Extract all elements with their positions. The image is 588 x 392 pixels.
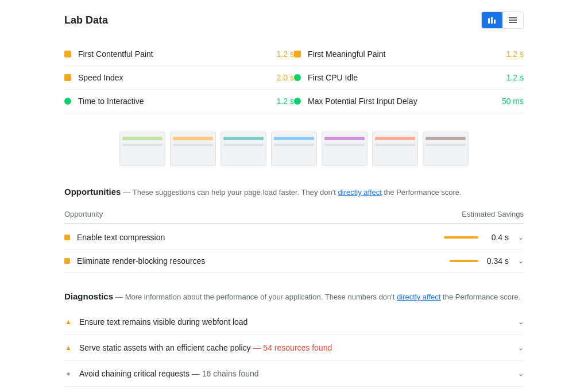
svg-rect-1 <box>491 17 493 24</box>
chart-view-button[interactable] <box>482 12 502 28</box>
metric-first-cpu-idle: First CPU Idle 1.2 s <box>294 66 524 90</box>
metric-icon-fci <box>294 74 301 81</box>
opp-savings-1: 0.4 s ⌄ <box>444 233 524 242</box>
metric-name-fid: Max Potential First Input Delay <box>308 97 502 106</box>
screenshots-strip <box>64 127 524 171</box>
screenshot-7 <box>423 132 469 166</box>
opp-savings-2: 0.34 s ⌄ <box>450 256 524 266</box>
screenshot-5 <box>322 132 368 166</box>
metric-value-fcp: 1.2 s <box>277 49 294 59</box>
diag-chevron-1: ⌄ <box>518 318 524 326</box>
opportunities-title: Opportunities <box>64 187 121 197</box>
metric-first-meaningful-paint: First Meaningful Paint 1.2 s <box>294 43 524 66</box>
opportunities-subtitle-after: the Performance score. <box>384 188 462 197</box>
opportunities-subtitle: — These suggestions can help your page l… <box>123 187 461 198</box>
diag-extra-2: — 54 resources found <box>253 343 332 352</box>
metric-name-tti: Time to Interactive <box>78 97 277 106</box>
metric-value-tti: 1.2 s <box>277 97 294 106</box>
screenshot-4 <box>271 132 317 166</box>
metric-speed-index: Speed Index 2.0 s <box>64 66 294 90</box>
metric-max-fid: Max Potential First Input Delay 50 ms <box>294 90 524 113</box>
savings-bar-2 <box>450 260 478 262</box>
metric-value-fmp: 1.2 s <box>506 49 524 59</box>
diag-name-1: Ensure text remains visible during webfo… <box>79 317 513 326</box>
opportunities-table-header: Opportunity Estimated Savings <box>64 205 524 224</box>
list-icon <box>508 16 517 25</box>
metric-value-fid: 50 ms <box>502 97 524 106</box>
list-view-button[interactable] <box>502 12 523 28</box>
opp-name-2: Eliminate render-blocking resources <box>77 256 450 266</box>
column-opportunity: Opportunity <box>64 210 103 218</box>
view-toggle[interactable] <box>481 11 524 29</box>
metric-icon-tti <box>64 98 71 105</box>
chevron-icon-2: ⌄ <box>518 257 524 265</box>
lab-data-header: Lab Data <box>64 11 524 29</box>
metric-name-fmp: First Meaningful Paint <box>308 49 506 59</box>
column-savings: Estimated Savings <box>462 210 524 218</box>
diag-chevron-2: ⌄ <box>518 344 524 352</box>
metric-value-si: 2.0 s <box>277 73 294 82</box>
diagnostics-link[interactable]: directly affect <box>397 293 440 301</box>
savings-bar-1 <box>444 236 478 239</box>
diag-name-3: Avoid chaining critical requests — 16 ch… <box>79 369 513 378</box>
opportunities-subtitle-before: — These suggestions can help your page l… <box>123 188 336 197</box>
opportunities-section-header: Opportunities — These suggestions can he… <box>64 187 524 198</box>
diagnostic-cache-policy[interactable]: Serve static assets with an efficient ca… <box>64 335 524 361</box>
diag-extra-3: — 16 chains found <box>192 369 259 378</box>
chart-icon <box>488 16 497 25</box>
diagnostic-critical-requests[interactable]: Avoid chaining critical requests — 16 ch… <box>64 361 524 387</box>
diag-icon-3 <box>64 370 72 378</box>
opp-name-1: Enable text compression <box>77 233 444 242</box>
diagnostics-subtitle-before: — More information about the performance… <box>115 293 394 301</box>
opportunity-text-compression[interactable]: Enable text compression 0.4 s ⌄ <box>64 226 524 249</box>
diagnostics-section-header: Diagnostics — More information about the… <box>64 291 524 303</box>
diagnostics-subtitle: — More information about the performance… <box>115 291 520 303</box>
diag-name-2: Serve static assets with an efficient ca… <box>79 343 513 352</box>
metric-value-fci: 1.2 s <box>506 73 524 82</box>
metric-icon-fmp <box>294 51 301 57</box>
opportunities-link[interactable]: directly affect <box>338 188 382 197</box>
metric-icon-si <box>64 74 71 81</box>
svg-rect-2 <box>494 20 496 24</box>
diagnostics-title: Diagnostics <box>64 291 113 301</box>
chevron-icon-1: ⌄ <box>518 233 524 241</box>
diag-icon-1 <box>64 318 72 326</box>
metric-first-contentful-paint: First Contentful Paint 1.2 s <box>64 43 294 66</box>
metric-tti: Time to Interactive 1.2 s <box>64 90 294 113</box>
savings-value-1: 0.4 s <box>483 233 509 242</box>
metric-icon-fid <box>294 98 301 105</box>
metrics-grid: First Contentful Paint 1.2 s First Meani… <box>64 43 524 113</box>
opp-icon-1 <box>64 235 70 240</box>
savings-value-2: 0.34 s <box>483 256 509 266</box>
svg-rect-5 <box>509 22 517 23</box>
diag-icon-2 <box>64 344 72 352</box>
diag-chevron-3: ⌄ <box>518 370 524 378</box>
metric-name-fcp: First Contentful Paint <box>78 49 277 59</box>
screenshot-6 <box>372 132 418 166</box>
metric-name-si: Speed Index <box>78 73 277 82</box>
screenshot-2 <box>170 132 216 166</box>
screenshot-1 <box>119 132 165 166</box>
metric-icon-fcp <box>64 51 71 57</box>
diagnostic-request-counts[interactable]: Keep request counts low and transfer siz… <box>64 387 524 392</box>
opp-icon-2 <box>64 258 70 264</box>
svg-rect-3 <box>509 17 517 18</box>
metric-name-fci: First CPU Idle <box>308 73 506 82</box>
lab-data-title: Lab Data <box>64 14 108 26</box>
diagnostic-webfont[interactable]: Ensure text remains visible during webfo… <box>64 309 524 335</box>
diagnostics-section: Diagnostics — More information about the… <box>64 291 524 393</box>
diagnostics-subtitle-after: the Performance score. <box>443 293 520 301</box>
svg-rect-0 <box>488 18 490 24</box>
screenshot-3 <box>220 132 266 166</box>
svg-rect-4 <box>509 20 517 21</box>
opportunity-render-blocking[interactable]: Eliminate render-blocking resources 0.34… <box>64 249 524 273</box>
